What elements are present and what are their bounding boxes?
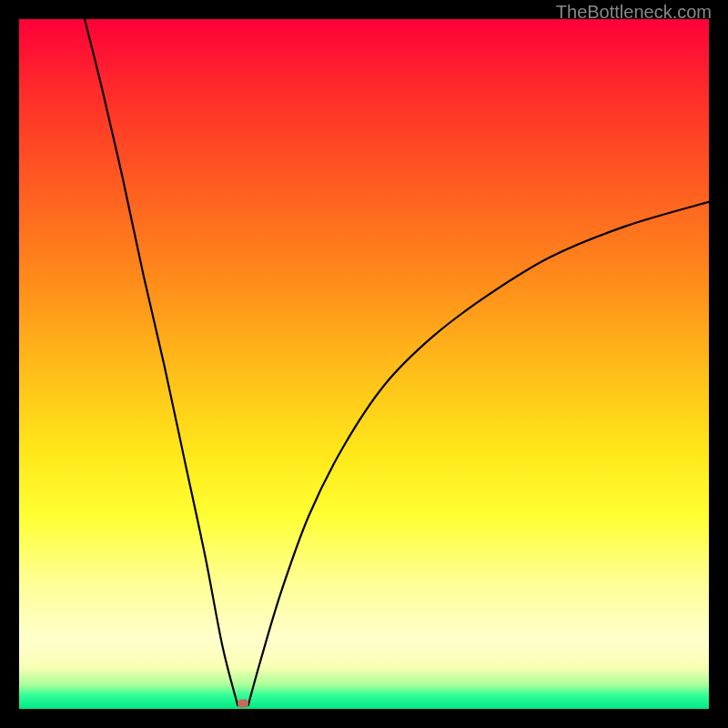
watermark-text: TheBottleneck.com (556, 2, 712, 23)
minimum-marker (238, 699, 248, 707)
chart-plot-area (19, 19, 709, 709)
chart-curve (19, 19, 709, 709)
curve-right-branch (248, 202, 709, 705)
curve-left-branch (85, 19, 238, 705)
